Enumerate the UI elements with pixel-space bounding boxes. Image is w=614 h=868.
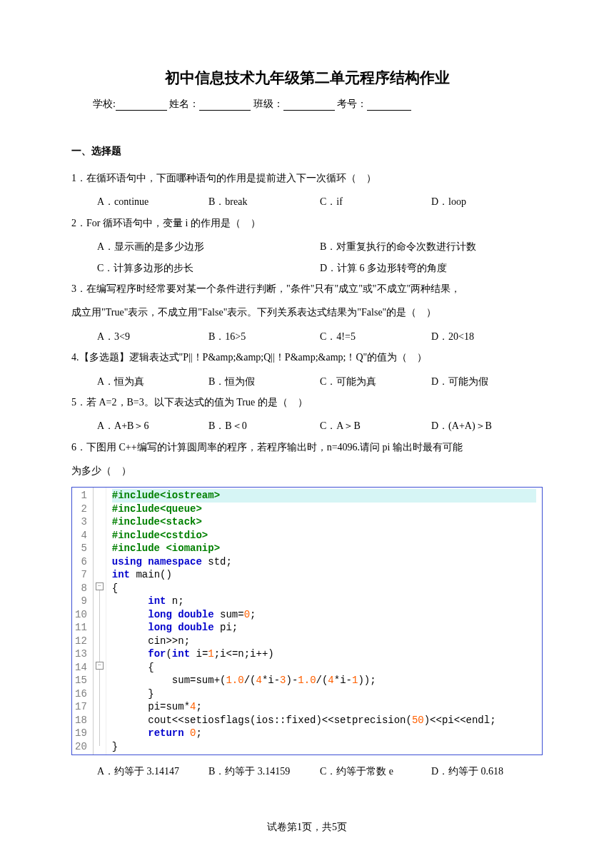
code-token: pi=sum*: [148, 701, 190, 712]
q4-option-a[interactable]: A．恒为真: [97, 371, 208, 392]
q1-option-c[interactable]: C．if: [320, 191, 431, 212]
q6-option-d[interactable]: D．约等于 0.618: [431, 761, 543, 782]
question-5-options: A．A+B＞6 B．B＜0 C．A＞B D．(A+A)＞B: [71, 415, 543, 436]
q5-option-a[interactable]: A．A+B＞6: [97, 415, 208, 436]
line-number-column: 1 2 3 4 5 6 7 8 9 10 11 12 13 14 15 16 1…: [72, 488, 94, 755]
q1-option-a[interactable]: A．continue: [97, 191, 208, 212]
code-token: long double: [148, 609, 213, 620]
school-label: 学校:: [93, 99, 116, 109]
line-number: 10: [75, 608, 87, 622]
code-token: ));: [358, 675, 376, 686]
q4-option-c[interactable]: C．可能为真: [320, 371, 431, 392]
q3-option-d[interactable]: D．20<18: [431, 326, 543, 347]
footer-prefix: 试卷第: [267, 822, 297, 832]
code-token: *i-: [262, 675, 280, 686]
student-info-line: 学校: 姓名： 班级： 考号：: [71, 98, 543, 111]
code-token: ;: [196, 701, 201, 712]
fold-gutter: − −: [94, 488, 106, 755]
code-token: i=: [190, 648, 208, 660]
code-token: 50: [412, 715, 424, 726]
q1-option-b[interactable]: B．break: [208, 191, 320, 212]
q5-option-d[interactable]: D．(A+A)＞B: [431, 415, 543, 436]
class-blank[interactable]: [283, 101, 335, 111]
question-2: 2．For 循环语句中，变量 i 的作用是（ ）: [71, 213, 543, 233]
section-header: 一、选择题: [71, 145, 543, 158]
line-number: 6: [75, 555, 87, 569]
line-number: 4: [75, 529, 87, 542]
q5-option-c[interactable]: C．A＞B: [320, 415, 431, 436]
fold-toggle-icon[interactable]: −: [96, 662, 104, 670]
code-token: #include: [112, 530, 160, 541]
footer-page-total: 5: [332, 822, 337, 832]
code-token: cin>>n;: [148, 635, 190, 647]
question-4: 4.【多选题】逻辑表达式"P||！P&amp;&amp;Q||！P&amp;&a…: [71, 347, 543, 368]
exam-no-blank[interactable]: [367, 101, 411, 111]
line-number: 11: [75, 621, 87, 635]
code-token: <stack>: [160, 516, 202, 528]
code-token: )<<pi<<endl;: [424, 715, 496, 726]
question-3-options: A．3<9 B．16>5 C．4!=5 D．20<18: [71, 326, 543, 347]
line-number: 2: [75, 503, 87, 516]
name-label: 姓名：: [169, 99, 199, 109]
line-number: 19: [75, 727, 87, 740]
footer-page-current: 1: [297, 822, 302, 832]
question-6-line2: 为多少（ ）: [71, 460, 543, 481]
code-token: 4: [328, 675, 333, 686]
question-1: 1．在循环语句中，下面哪种语句的作用是提前进入下一次循环（ ）: [71, 168, 543, 188]
code-token: std;: [202, 556, 232, 567]
code-token: sum=sum+(: [172, 675, 226, 686]
q5-option-b[interactable]: B．B＜0: [208, 415, 320, 436]
question-3-line2: 成立用"True"表示，不成立用"False"表示。下列关系表达式结果为"Fal…: [71, 302, 543, 323]
q6-option-b[interactable]: B．约等于 3.14159: [208, 761, 320, 782]
code-token: {: [148, 662, 154, 673]
q2-option-c[interactable]: C．计算多边形的步长: [97, 258, 320, 278]
code-token: using namespace: [112, 556, 202, 567]
line-number: 7: [75, 568, 87, 582]
school-blank[interactable]: [116, 101, 167, 111]
line-number: 18: [75, 714, 87, 727]
code-token: long double: [148, 622, 213, 633]
footer-suffix: 页: [337, 822, 347, 832]
q1-option-d[interactable]: D．loop: [431, 191, 543, 212]
code-token: #include: [112, 542, 166, 554]
code-token: /(: [244, 675, 256, 686]
line-number: 3: [75, 515, 87, 529]
line-number: 13: [75, 647, 87, 661]
question-6-line1: 6．下图用 C++编写的计算圆周率的程序，若程序输出时，n=4096.请问 pi…: [71, 437, 543, 458]
class-label: 班级：: [253, 99, 283, 109]
footer-mid: 页，共: [302, 822, 332, 832]
question-2-options: A．显示画的是多少边形 B．对重复执行的命令次数进行计数 C．计算多边形的步长 …: [71, 236, 543, 278]
code-token: n;: [166, 595, 183, 607]
code-token: int: [172, 648, 190, 660]
code-block: 1 2 3 4 5 6 7 8 9 10 11 12 13 14 15 16 1…: [71, 487, 543, 755]
code-token: 0: [244, 609, 250, 620]
code-token: 1: [208, 648, 213, 660]
q2-option-b[interactable]: B．对重复执行的命令次数进行计数: [320, 236, 543, 257]
code-token: ;i<=n;i++): [214, 648, 274, 660]
code-token: /(: [316, 675, 328, 686]
line-number: 16: [75, 687, 87, 701]
q3-option-c[interactable]: C．4!=5: [320, 326, 431, 347]
q2-option-a[interactable]: A．显示画的是多少边形: [97, 236, 320, 257]
code-token: pi;: [214, 622, 238, 633]
code-token: cout<<setiosflags(ios::fixed)<<setprecis…: [148, 715, 412, 726]
code-token: for: [148, 648, 166, 660]
code-token: #include: [112, 516, 160, 528]
q6-option-a[interactable]: A．约等于 3.14147: [97, 761, 208, 782]
q4-option-b[interactable]: B．恒为假: [208, 371, 320, 392]
q3-option-a[interactable]: A．3<9: [97, 326, 208, 347]
q4-option-d[interactable]: D．可能为假: [431, 371, 543, 392]
fold-toggle-icon[interactable]: −: [96, 582, 104, 590]
code-token: <cstdio>: [160, 530, 208, 541]
q2-option-d[interactable]: D．计算 6 多边形转弯的角度: [320, 258, 543, 278]
code-token: }: [148, 688, 154, 700]
name-blank[interactable]: [199, 101, 251, 111]
code-token: sum=: [214, 609, 244, 620]
code-token: #include: [112, 490, 160, 501]
code-token: return: [148, 727, 190, 739]
q3-option-b[interactable]: B．16>5: [208, 326, 320, 347]
code-token: <iomanip>: [166, 542, 220, 554]
line-number: 17: [75, 700, 87, 714]
code-token: *i-: [334, 675, 352, 686]
q6-option-c[interactable]: C．约等于常数 e: [320, 761, 431, 782]
